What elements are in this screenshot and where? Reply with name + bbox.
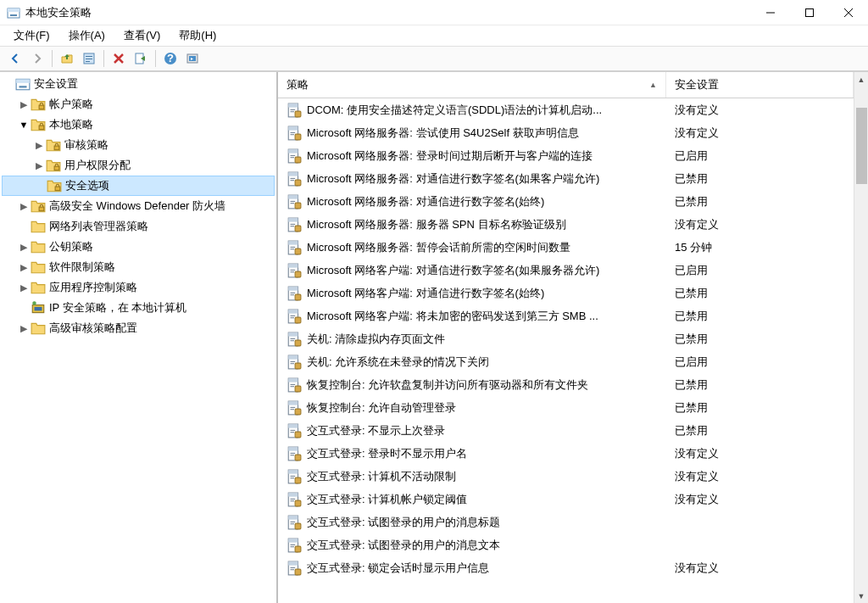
tree-expander-icon[interactable]: ▶ [17,199,31,213]
show-button[interactable] [182,48,203,69]
policy-setting-cell: 已禁用 [666,398,854,418]
column-header-policy[interactable]: 策略▲ [278,72,666,98]
tree-expander-icon [17,220,31,233]
up-button[interactable] [57,48,77,69]
policy-setting-cell: 已禁用 [666,329,854,349]
tree-item[interactable]: ▶软件限制策略 [2,257,275,277]
policy-setting-cell: 没有定义 [666,215,854,235]
scroll-thumb[interactable] [856,108,867,184]
minimize-button[interactable] [751,0,790,25]
folder-lock-icon [31,117,46,132]
sort-arrow-icon: ▲ [649,81,657,89]
policy-row[interactable]: 交互式登录: 锁定会话时显示用户信息没有定义 [278,556,854,579]
menu-view[interactable]: 查看(V) [115,26,169,45]
policy-name-cell: 交互式登录: 计算机帐户锁定阈值 [278,489,666,510]
tree-item[interactable]: ▶用户权限分配 [2,155,275,176]
policy-setting-cell: 已启用 [666,146,854,166]
policy-setting-cell [666,543,854,548]
policy-name-cell: 恢复控制台: 允许自动管理登录 [278,398,666,418]
tree-expander-icon[interactable]: ▶ [17,98,31,111]
titlebar: 本地安全策略 [0,0,868,25]
tree-expander-icon [2,77,15,91]
tree-expander-icon[interactable]: ▼ [17,118,31,131]
folder-icon [31,321,46,336]
tree-item[interactable]: IP 安全策略，在 本地计算机 [2,298,275,318]
policy-name-cell: 交互式登录: 试图登录的用户的消息标题 [278,512,666,533]
tree-item[interactable]: ▶帐户策略 [2,94,275,114]
window-title: 本地安全策略 [25,5,751,20]
tree-item[interactable]: ▶应用程序控制策略 [2,277,275,298]
column-header-setting[interactable]: 安全设置 [666,72,854,98]
policy-row[interactable]: Microsoft 网络服务器: 服务器 SPN 目标名称验证级别没有定义 [278,213,854,236]
tree-expander-icon[interactable]: ▶ [32,138,46,152]
tree-item-label: 安全设置 [34,76,78,92]
policy-row[interactable]: Microsoft 网络客户端: 将未加密的密码发送到第三方 SMB ...已禁… [278,304,854,327]
app-icon [7,6,20,20]
policy-row[interactable]: 关机: 允许系统在未登录的情况下关闭已启用 [278,350,854,373]
tree-item[interactable]: ▶审核策略 [2,135,275,155]
tree-item[interactable]: ▼本地策略 [2,114,275,135]
tree-item-label: 用户权限分配 [64,158,131,173]
tree-item-label: 软件限制策略 [49,260,115,275]
menu-help[interactable]: 帮助(H) [170,26,225,45]
tree-expander-icon [17,301,31,315]
toolbar-separator [103,50,104,67]
policy-row[interactable]: 交互式登录: 试图登录的用户的消息文本 [278,533,854,556]
tree-expander-icon [33,179,47,193]
scroll-down-button[interactable]: ▼ [854,589,868,603]
tree-pane[interactable]: 安全设置▶帐户策略▼本地策略▶审核策略▶用户权限分配安全选项▶高级安全 Wind… [0,72,278,603]
tree-item[interactable]: 安全设置 [2,74,275,94]
tree-expander-icon[interactable]: ▶ [17,281,31,294]
policy-row[interactable]: Microsoft 网络客户端: 对通信进行数字签名(如果服务器允许)已启用 [278,259,854,282]
policy-row[interactable]: 交互式登录: 登录时不显示用户名没有定义 [278,442,854,465]
menu-action[interactable]: 操作(A) [60,26,114,45]
delete-button[interactable] [108,48,129,69]
tree-item-label: 本地策略 [49,117,93,132]
policy-setting-cell: 已禁用 [666,192,854,212]
tree-item[interactable]: 安全选项 [2,176,275,196]
tree-item[interactable]: ▶高级审核策略配置 [2,318,275,338]
policy-row[interactable]: Microsoft 网络服务器: 对通信进行数字签名(如果客户端允许)已禁用 [278,167,854,190]
properties-button[interactable] [79,48,99,69]
policy-icon [287,400,302,416]
policy-row[interactable]: 交互式登录: 计算机帐户锁定阈值没有定义 [278,488,854,511]
policy-row[interactable]: DCOM: 使用安全描述符定义语言(SDDL)语法的计算机启动...没有定义 [278,98,854,121]
menu-file[interactable]: 文件(F) [5,26,58,45]
policy-icon [287,377,302,393]
policy-row[interactable]: 交互式登录: 计算机不活动限制没有定义 [278,465,854,488]
tree-item[interactable]: ▶高级安全 Windows Defender 防火墙 [2,196,275,216]
policy-row[interactable]: 恢复控制台: 允许自动管理登录已禁用 [278,396,854,419]
policy-row[interactable]: 恢复控制台: 允许软盘复制并访问所有驱动器和所有文件夹已禁用 [278,373,854,396]
tree-expander-icon[interactable]: ▶ [17,240,31,254]
back-button[interactable] [5,48,25,69]
forward-button[interactable] [27,48,47,69]
detail-table[interactable]: 策略▲ 安全设置 DCOM: 使用安全描述符定义语言(SDDL)语法的计算机启动… [278,72,854,603]
policy-row[interactable]: Microsoft 网络服务器: 登录时间过期后断开与客户端的连接已启用 [278,144,854,167]
vertical-scrollbar[interactable]: ▲ ▼ [854,72,868,603]
policy-row[interactable]: Microsoft 网络服务器: 尝试使用 S4U2Self 获取声明信息没有定… [278,121,854,144]
policy-row[interactable]: Microsoft 网络客户端: 对通信进行数字签名(始终)已禁用 [278,282,854,304]
maximize-button[interactable] [790,0,829,25]
tree-item[interactable]: ▶公钥策略 [2,237,275,257]
scroll-up-button[interactable]: ▲ [854,72,868,87]
policy-row[interactable]: 交互式登录: 不显示上次登录已禁用 [278,419,854,442]
folder-icon [31,260,46,275]
policy-icon [287,148,302,164]
tree-expander-icon[interactable]: ▶ [32,159,46,172]
policy-setting-cell: 没有定义 [666,100,854,120]
tree-expander-icon[interactable]: ▶ [17,321,31,335]
policy-row[interactable]: Microsoft 网络服务器: 暂停会话前所需的空闲时间数量15 分钟 [278,236,854,259]
svg-rect-21 [806,8,814,16]
tree-expander-icon[interactable]: ▶ [17,260,31,274]
help-button[interactable] [160,48,181,69]
policy-row[interactable]: 关机: 清除虚拟内存页面文件已禁用 [278,327,854,350]
policy-name-cell: 交互式登录: 计算机不活动限制 [278,466,666,487]
close-button[interactable] [829,0,868,25]
policy-name-cell: 交互式登录: 不显示上次登录 [278,421,666,441]
policy-row[interactable]: Microsoft 网络服务器: 对通信进行数字签名(始终)已禁用 [278,190,854,213]
export-button[interactable] [131,48,151,69]
policy-icon [287,355,302,370]
policy-row[interactable]: 交互式登录: 试图登录的用户的消息标题 [278,511,854,533]
tree-item[interactable]: 网络列表管理器策略 [2,216,275,237]
policy-name-cell: 交互式登录: 锁定会话时显示用户信息 [278,558,666,578]
